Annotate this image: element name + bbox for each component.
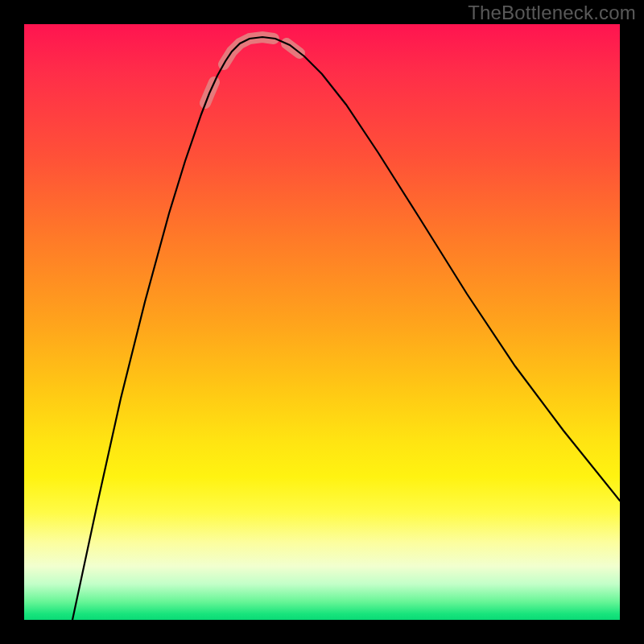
highlight-segment-2	[224, 37, 274, 64]
chart-frame: TheBottleneck.com	[0, 0, 644, 644]
main-curve	[72, 37, 620, 620]
curve-svg	[24, 24, 620, 620]
plot-area	[24, 24, 620, 620]
watermark-text: TheBottleneck.com	[468, 2, 636, 24]
